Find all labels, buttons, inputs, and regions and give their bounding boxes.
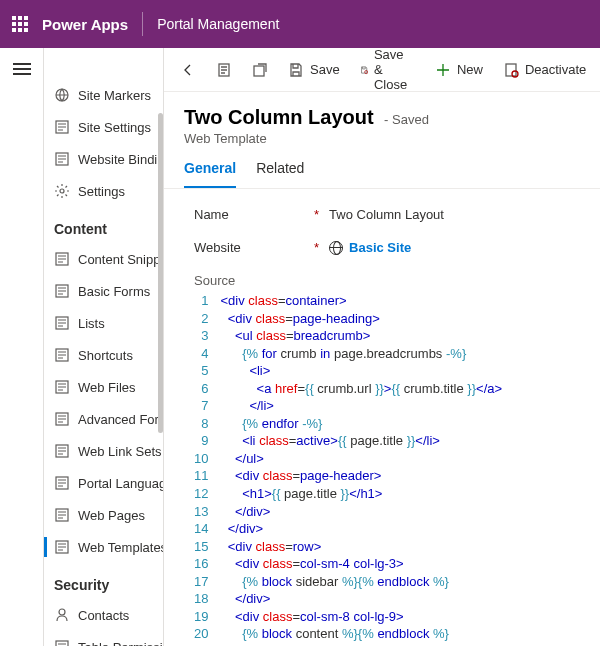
sidebar-item-label: Lists xyxy=(78,316,105,331)
sidebar-group-title: Content xyxy=(44,207,163,243)
person-icon xyxy=(54,607,70,623)
field-website[interactable]: Website * Basic Site xyxy=(194,240,580,255)
list-icon xyxy=(54,347,70,363)
sidebar-item-web-pages[interactable]: Web Pages xyxy=(44,499,163,531)
sidebar-item-label: Web Templates xyxy=(78,540,163,555)
list-icon xyxy=(54,639,70,646)
sidebar-group-title: Security xyxy=(44,563,163,599)
page-title: Two Column Layout xyxy=(184,106,374,128)
sidebar-item-label: Basic Forms xyxy=(78,284,150,299)
list-icon xyxy=(54,379,70,395)
sidebar-item-shortcuts[interactable]: Shortcuts xyxy=(44,339,163,371)
entity-name: Web Template xyxy=(184,131,580,146)
sidebar-item-label: Shortcuts xyxy=(78,348,133,363)
sidebar-item-label: Portal Languages xyxy=(78,476,163,491)
hamburger-icon[interactable] xyxy=(13,56,31,78)
command-bar: Save Save & Close New Deactivate xyxy=(164,48,600,92)
sidebar-item-advanced-forms[interactable]: Advanced Forms xyxy=(44,403,163,435)
field-name[interactable]: Name * Two Column Layout xyxy=(194,207,580,222)
list-icon xyxy=(54,411,70,427)
svg-point-3 xyxy=(60,189,64,193)
sidebar: Site MarkersSite SettingsWebsite Binding… xyxy=(44,48,164,646)
sidebar-item-content-snippets[interactable]: Content Snippets xyxy=(44,243,163,275)
gear-icon xyxy=(54,183,70,199)
globe-icon xyxy=(54,87,70,103)
globe-icon xyxy=(329,241,343,255)
rail xyxy=(0,48,44,646)
sidebar-item-site-markers[interactable]: Site Markers xyxy=(44,79,163,111)
sidebar-item-label: Table Permissions xyxy=(78,640,163,647)
sidebar-item-label: Web Files xyxy=(78,380,136,395)
scrollbar-thumb[interactable] xyxy=(158,113,163,433)
sidebar-item-website-bindings[interactable]: Website Bindings xyxy=(44,143,163,175)
list-icon xyxy=(54,119,70,135)
sidebar-item-site-settings[interactable]: Site Settings xyxy=(44,111,163,143)
svg-rect-20 xyxy=(506,64,516,76)
sidebar-item-table-permissions[interactable]: Table Permissions xyxy=(44,631,163,646)
sidebar-item-label: Site Settings xyxy=(78,120,151,135)
list-icon xyxy=(54,475,70,491)
topbar: Power Apps Portal Management xyxy=(0,0,600,48)
list-icon xyxy=(54,315,70,331)
list-icon xyxy=(54,539,70,555)
code-gutter: 1234567891011121314151617181920212223 xyxy=(194,292,220,646)
list-icon xyxy=(54,443,70,459)
form-area: Name * Two Column Layout Website * Basic… xyxy=(164,189,600,646)
list-icon xyxy=(54,283,70,299)
sidebar-item-web-templates[interactable]: Web Templates xyxy=(44,531,163,563)
list-icon xyxy=(54,151,70,167)
list-icon xyxy=(54,507,70,523)
sidebar-item-label: Content Snippets xyxy=(78,252,163,267)
sidebar-item-label: Settings xyxy=(78,184,125,199)
code-lines[interactable]: <div class=container> <div class=page-he… xyxy=(220,292,580,646)
svg-point-14 xyxy=(59,609,65,615)
sidebar-item xyxy=(44,48,163,79)
save-button[interactable]: Save xyxy=(282,58,346,82)
field-value[interactable]: Two Column Layout xyxy=(329,207,444,222)
sidebar-item-web-files[interactable]: Web Files xyxy=(44,371,163,403)
required-icon: * xyxy=(314,207,319,222)
new-button[interactable]: New xyxy=(429,58,489,82)
deactivate-button[interactable]: Deactivate xyxy=(497,58,592,82)
sidebar-item-lists[interactable]: Lists xyxy=(44,307,163,339)
topbar-divider xyxy=(142,12,143,36)
sidebar-item-basic-forms[interactable]: Basic Forms xyxy=(44,275,163,307)
required-icon: * xyxy=(314,240,319,255)
sidebar-item-contacts[interactable]: Contacts xyxy=(44,599,163,631)
sidebar-item-portal-languages[interactable]: Portal Languages xyxy=(44,467,163,499)
field-label: Name xyxy=(194,207,314,222)
record-header: Two Column Layout - Saved Web Template xyxy=(164,92,600,146)
tabs: General Related xyxy=(164,146,600,189)
lookup-value[interactable]: Basic Site xyxy=(329,240,411,255)
area-label[interactable]: Portal Management xyxy=(157,16,279,32)
sidebar-item-label: Site Markers xyxy=(78,88,151,103)
sidebar-item-label: Website Bindings xyxy=(78,152,163,167)
app-launcher-icon[interactable] xyxy=(12,16,28,32)
tab-related[interactable]: Related xyxy=(256,160,304,188)
code-editor[interactable]: 1234567891011121314151617181920212223 <d… xyxy=(194,292,580,646)
sidebar-item-label: Advanced Forms xyxy=(78,412,163,427)
form-selector-button[interactable] xyxy=(210,58,238,82)
sidebar-item-web-link-sets[interactable]: Web Link Sets xyxy=(44,435,163,467)
save-close-button[interactable]: Save & Close xyxy=(354,48,421,96)
brand[interactable]: Power Apps xyxy=(42,16,128,33)
main: Save Save & Close New Deactivate Two Col… xyxy=(164,48,600,646)
save-status: - Saved xyxy=(384,112,429,127)
list-icon xyxy=(54,251,70,267)
open-new-window-button[interactable] xyxy=(246,58,274,82)
field-label: Website xyxy=(194,240,314,255)
sidebar-item-settings[interactable]: Settings xyxy=(44,175,163,207)
sidebar-item-label: Web Link Sets xyxy=(78,444,162,459)
sidebar-item-label: Web Pages xyxy=(78,508,145,523)
tab-general[interactable]: General xyxy=(184,160,236,188)
svg-rect-18 xyxy=(254,66,264,76)
sidebar-item-label: Contacts xyxy=(78,608,129,623)
back-button[interactable] xyxy=(174,58,202,82)
source-label: Source xyxy=(194,273,580,288)
